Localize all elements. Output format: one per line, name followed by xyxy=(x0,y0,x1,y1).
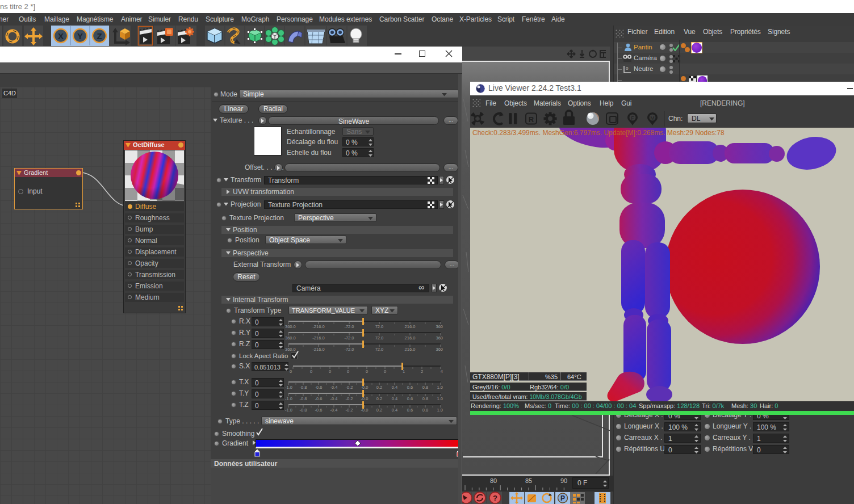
svg-text:360.0: 360.0 xyxy=(285,324,296,329)
svg-text:X: X xyxy=(58,31,64,41)
svg-text:0: 0 xyxy=(384,369,386,373)
svg-text:0: 0 xyxy=(310,369,312,373)
svg-text:?: ? xyxy=(493,494,497,502)
svg-text:0.6: 0.6 xyxy=(407,396,413,401)
svg-text:-0.8: -0.8 xyxy=(300,396,307,401)
svg-text:0.4: 0.4 xyxy=(392,408,397,412)
svg-text:0.2: 0.2 xyxy=(376,385,382,389)
svg-text:-0.6: -0.6 xyxy=(315,408,323,412)
svg-text:0.2: 0.2 xyxy=(376,408,382,412)
svg-text:-216.0: -216.0 xyxy=(312,324,324,329)
svg-text:-1.0: -1.0 xyxy=(285,408,292,412)
svg-text:360: 360 xyxy=(436,335,443,340)
svg-text:72.0: 72.0 xyxy=(375,324,384,329)
svg-text:0: 0 xyxy=(329,369,331,373)
svg-text:-0.6: -0.6 xyxy=(315,396,323,401)
svg-text:0.6: 0.6 xyxy=(407,385,413,389)
svg-text:216.0: 216.0 xyxy=(405,324,416,329)
svg-text:85: 85 xyxy=(525,477,532,484)
svg-text:72.0: 72.0 xyxy=(375,335,384,340)
svg-text:1.0: 1.0 xyxy=(437,408,443,412)
svg-text:M: M xyxy=(650,115,655,121)
svg-text:R: R xyxy=(529,115,534,124)
svg-text:-0.2: -0.2 xyxy=(346,408,353,412)
svg-text:-1.0: -1.0 xyxy=(285,385,292,389)
svg-text:-0.0: -0.0 xyxy=(361,408,369,412)
svg-text:0.8: 0.8 xyxy=(422,396,428,401)
svg-text:360.0: 360.0 xyxy=(285,347,296,351)
svg-text:4: 4 xyxy=(441,369,443,373)
svg-text:1.0: 1.0 xyxy=(437,396,443,401)
svg-text:0.8: 0.8 xyxy=(422,408,428,412)
svg-text:216.0: 216.0 xyxy=(405,335,416,340)
svg-text:216.0: 216.0 xyxy=(405,347,416,351)
svg-text:-0.2: -0.2 xyxy=(346,385,353,389)
svg-text:0.4: 0.4 xyxy=(392,396,397,401)
svg-text:0.2: 0.2 xyxy=(376,396,382,401)
svg-text:-216.0: -216.0 xyxy=(312,347,324,351)
svg-text:0: 0 xyxy=(626,66,629,71)
svg-text:F: F xyxy=(631,115,634,121)
svg-text:P: P xyxy=(560,494,565,502)
svg-text:-0.4: -0.4 xyxy=(330,408,338,412)
svg-text:-0.8: -0.8 xyxy=(300,385,307,389)
svg-text:360: 360 xyxy=(436,324,443,329)
svg-text:-72.0: -72.0 xyxy=(344,335,354,340)
svg-text:-72.0: -72.0 xyxy=(344,347,354,351)
svg-text:1.0: 1.0 xyxy=(437,385,443,389)
svg-text:0: 0 xyxy=(290,369,292,373)
svg-text:-0.4: -0.4 xyxy=(330,396,338,401)
svg-text:-0.0: -0.0 xyxy=(361,385,369,389)
svg-text:-1.0: -1.0 xyxy=(285,396,292,401)
svg-text:0: 0 xyxy=(366,369,368,373)
svg-text:80: 80 xyxy=(490,477,497,484)
svg-text:-216.0: -216.0 xyxy=(312,335,324,340)
svg-text:72.0: 72.0 xyxy=(375,347,384,351)
svg-text:0.4: 0.4 xyxy=(392,385,397,389)
svg-text:0.6: 0.6 xyxy=(407,408,413,412)
svg-text:Check:0.283/3.499ms. MeshGen:6: Check:0.283/3.499ms. MeshGen:6.797ms. Up… xyxy=(472,129,725,137)
svg-text:Z: Z xyxy=(97,31,102,41)
svg-text:-0.4: -0.4 xyxy=(330,385,338,389)
svg-text:-72.0: -72.0 xyxy=(344,324,354,329)
svg-text:360.0: 360.0 xyxy=(285,335,296,340)
svg-text:90: 90 xyxy=(560,477,567,484)
svg-text:Y: Y xyxy=(77,31,83,41)
svg-text:0.8: 0.8 xyxy=(422,385,428,389)
svg-text:-0.2: -0.2 xyxy=(346,396,353,401)
svg-text:-0.8: -0.8 xyxy=(300,408,307,412)
svg-text:2: 2 xyxy=(421,369,423,373)
svg-text:0: 0 xyxy=(347,369,349,373)
svg-text:360: 360 xyxy=(436,347,443,351)
svg-text:-0.6: -0.6 xyxy=(315,385,323,389)
svg-text:-0.0: -0.0 xyxy=(361,396,369,401)
